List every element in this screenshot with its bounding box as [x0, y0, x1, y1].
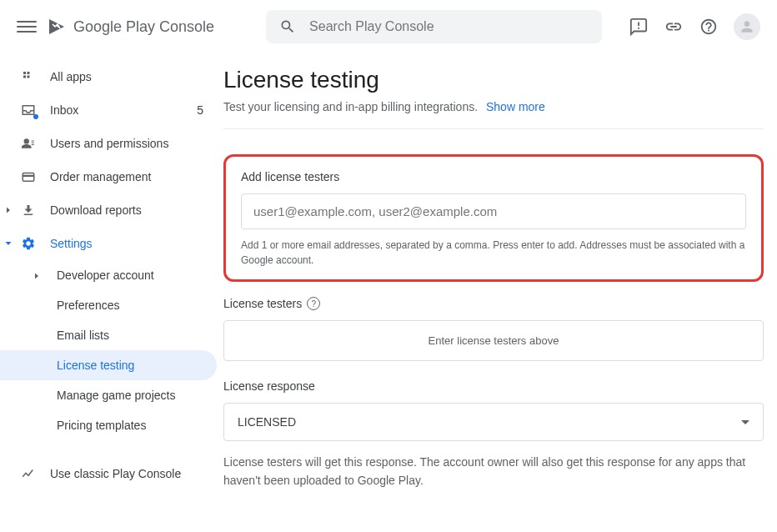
nav-label: Pricing templates [57, 419, 146, 432]
nav-label: Manage game projects [57, 389, 175, 402]
nav-label: Developer account [57, 269, 154, 282]
sidebar-item-manage-game[interactable]: Manage game projects [0, 380, 223, 410]
svg-rect-2 [23, 173, 34, 182]
avatar[interactable] [734, 13, 760, 40]
nav-label: Use classic Play Console [50, 467, 181, 480]
inbox-icon [20, 102, 37, 118]
testers-label: License testers ? [223, 297, 764, 310]
search-input[interactable] [309, 19, 589, 34]
help-icon[interactable]: ? [307, 297, 320, 310]
grid-icon [20, 68, 37, 85]
nav-label: Settings [50, 237, 93, 250]
page-subtitle: Test your licensing and in-app billing i… [223, 100, 764, 129]
sidebar-item-all-apps[interactable]: All apps [0, 60, 223, 93]
chevron-down-icon [3, 238, 13, 248]
sidebar-item-license-testing[interactable]: License testing [0, 350, 217, 380]
sidebar-item-classic[interactable]: Use classic Play Console [0, 457, 223, 490]
inbox-count: 5 [197, 103, 207, 117]
nav-label: Inbox [50, 103, 78, 117]
sidebar-item-order[interactable]: Order management [0, 160, 223, 193]
menu-icon[interactable] [17, 17, 37, 37]
download-icon [20, 202, 37, 218]
search-icon [279, 18, 296, 35]
nav-label: All apps [50, 70, 92, 83]
help-icon[interactable] [699, 17, 719, 37]
logo[interactable]: Google Play Console [47, 17, 214, 37]
nav-label: License testing [57, 359, 134, 372]
page-title: License testing [223, 67, 764, 93]
svg-rect-3 [23, 175, 34, 177]
svg-rect-0 [638, 23, 639, 27]
sidebar-item-pricing[interactable]: Pricing templates [0, 410, 223, 440]
nav-label: Download reports [50, 203, 142, 217]
chevron-right-icon [32, 270, 42, 280]
sidebar-item-download[interactable]: Download reports [0, 193, 223, 227]
sidebar-item-inbox[interactable]: Inbox 5 [0, 93, 223, 127]
sidebar-item-preferences[interactable]: Preferences [0, 290, 223, 320]
add-testers-highlight: Add license testers Add 1 or more email … [223, 154, 764, 282]
search-bar[interactable] [266, 10, 602, 43]
nav-label: Preferences [57, 299, 119, 312]
sidebar-item-email-lists[interactable]: Email lists [0, 320, 223, 350]
content: License testing Test your licensing and … [223, 53, 777, 522]
sidebar-item-settings[interactable]: Settings [0, 227, 223, 260]
chevron-right-icon [3, 205, 13, 215]
nav-label: Users and permissions [50, 137, 168, 150]
logo-text: Google Play Console [73, 18, 214, 36]
people-icon [20, 135, 37, 152]
link-icon[interactable] [664, 17, 684, 37]
sidebar: All apps Inbox 5 Users and permissions O… [0, 53, 223, 522]
sidebar-item-developer[interactable]: Developer account [0, 260, 223, 290]
sidebar-item-users[interactable]: Users and permissions [0, 127, 223, 160]
add-testers-helper: Add 1 or more email addresses, separated… [241, 238, 746, 268]
response-label: License response [223, 379, 764, 393]
select-value: LICENSED [238, 415, 296, 429]
announcement-icon[interactable] [629, 17, 649, 37]
card-icon [20, 168, 37, 185]
testers-empty-state: Enter license testers above [223, 320, 764, 361]
add-testers-input[interactable] [241, 193, 746, 229]
gear-icon [20, 235, 37, 252]
nav-label: Order management [50, 170, 151, 183]
add-testers-label: Add license testers [241, 170, 746, 183]
nav-label: Email lists [57, 329, 109, 342]
play-console-icon [47, 17, 67, 37]
svg-rect-1 [638, 28, 639, 29]
chart-icon [20, 465, 37, 482]
dropdown-arrow-icon [741, 420, 749, 424]
show-more-link[interactable]: Show more [486, 100, 545, 113]
response-select[interactable]: LICENSED [223, 403, 764, 441]
response-description: License testers will get this response. … [223, 453, 764, 490]
